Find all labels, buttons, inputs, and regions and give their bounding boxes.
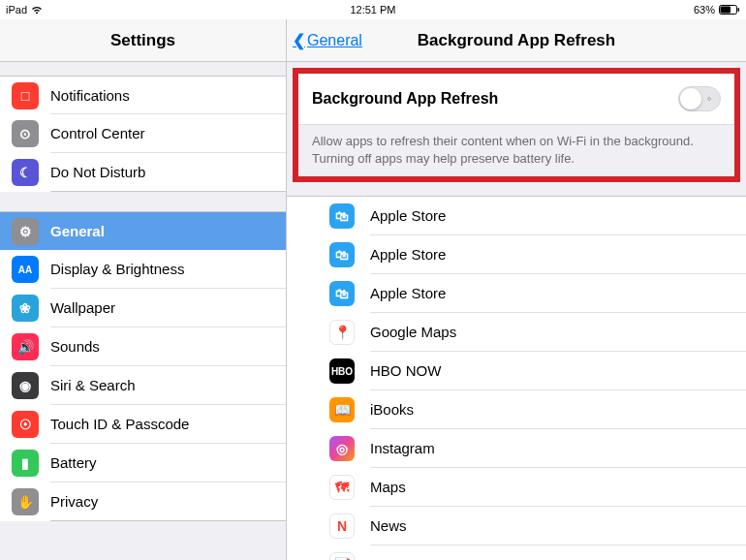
app-row-label: Maps [370, 479, 406, 495]
app-row[interactable]: 📖iBooks [287, 390, 746, 429]
sidebar-item-label: Siri & Search [50, 377, 136, 393]
svg-rect-2 [738, 8, 740, 12]
sidebar-item-privacy[interactable]: ✋Privacy [0, 482, 286, 521]
app-row-label: HBO NOW [370, 362, 441, 379]
app-row-label: iBooks [370, 401, 414, 418]
sidebar-item-label: Wallpaper [50, 299, 115, 316]
back-button[interactable]: ❮ General [293, 19, 362, 61]
instagram-icon: ◎ [329, 436, 355, 461]
moon-icon: ☾ [12, 159, 39, 186]
apple-store-icon: 🛍 [329, 281, 355, 306]
sidebar-item-do-not-disturb[interactable]: ☾Do Not Disturb [0, 153, 286, 192]
wallpaper-icon: ❀ [12, 295, 39, 322]
display-icon: AA [12, 256, 39, 283]
sidebar-item-control-center[interactable]: ⊙Control Center [0, 114, 286, 153]
settings-sidebar: Settings □Notifications⊙Control Center☾D… [0, 19, 287, 560]
sidebar-item-label: Display & Brightness [50, 261, 184, 277]
siri-icon: ◉ [12, 372, 39, 399]
sidebar-item-sounds[interactable]: 🔊Sounds [0, 327, 286, 366]
app-row-label: Apple Store [370, 207, 446, 224]
sidebar-title: Settings [110, 31, 175, 50]
sidebar-item-notifications[interactable]: □Notifications [0, 76, 286, 114]
sidebar-item-label: Battery [50, 454, 97, 471]
battery-status-icon [719, 5, 740, 15]
master-switch-description: Allow apps to refresh their content when… [298, 124, 734, 176]
sidebar-item-wallpaper[interactable]: ❀Wallpaper [0, 289, 286, 327]
device-label: iPad [6, 4, 27, 16]
google-maps-icon: 📍 [329, 320, 355, 345]
apple-store-icon: 🛍 [329, 203, 355, 229]
fingerprint-icon: ☉ [12, 411, 39, 438]
sidebar-item-label: General [50, 223, 105, 239]
sidebar-item-label: Sounds [50, 338, 100, 355]
news-icon: N [329, 513, 355, 539]
battery-icon: ▮ [12, 450, 39, 477]
app-row[interactable]: 📝Notes [287, 545, 746, 560]
detail-title: Background App Refresh [418, 31, 615, 50]
sidebar-item-battery[interactable]: ▮Battery [0, 444, 286, 482]
hbo-icon: HBO [329, 358, 355, 384]
master-switch-row[interactable]: Background App Refresh [298, 74, 734, 124]
app-row-label: Google Maps [370, 324, 456, 340]
ibooks-icon: 📖 [329, 397, 355, 422]
detail-pane: ❮ General Background App Refresh Backgro… [287, 19, 746, 560]
master-switch-label: Background App Refresh [312, 90, 498, 108]
sidebar-item-label: Privacy [50, 493, 98, 510]
app-row-label: Apple Store [370, 285, 446, 301]
control-center-icon: ⊙ [12, 120, 39, 147]
app-row-label: Apple Store [370, 246, 446, 263]
svg-rect-1 [721, 7, 731, 14]
detail-header: ❮ General Background App Refresh [287, 19, 746, 62]
app-row[interactable]: 🛍Apple Store [287, 274, 746, 313]
app-row[interactable]: 🛍Apple Store [287, 235, 746, 274]
sounds-icon: 🔊 [12, 333, 39, 360]
status-bar: iPad 12:51 PM 63% [0, 0, 746, 19]
sidebar-header: Settings [0, 19, 286, 62]
notes-icon: 📝 [329, 552, 355, 560]
sidebar-item-touchid[interactable]: ☉Touch ID & Passcode [0, 405, 286, 444]
back-label: General [307, 32, 362, 49]
sidebar-item-display[interactable]: AADisplay & Brightness [0, 250, 286, 289]
app-list: 🛍Apple Store🛍Apple Store🛍Apple Store📍Goo… [287, 196, 746, 560]
sidebar-item-label: Touch ID & Passcode [50, 416, 189, 432]
highlight-box: Background App Refresh Allow apps to ref… [293, 68, 740, 182]
app-row[interactable]: ◎Instagram [287, 429, 746, 468]
sidebar-item-label: Do Not Disturb [50, 164, 145, 180]
app-row[interactable]: NNews [287, 507, 746, 545]
app-row[interactable]: 🗺Maps [287, 468, 746, 507]
battery-percent: 63% [694, 4, 715, 16]
chevron-left-icon: ❮ [293, 31, 305, 49]
master-switch[interactable] [678, 86, 721, 111]
clock: 12:51 PM [350, 4, 395, 16]
maps-icon: 🗺 [329, 475, 355, 500]
app-row[interactable]: 📍Google Maps [287, 313, 746, 352]
sidebar-item-label: Notifications [50, 87, 130, 104]
notifications-icon: □ [12, 82, 39, 109]
hand-icon: ✋ [12, 488, 39, 515]
sidebar-item-label: Control Center [50, 125, 145, 141]
gear-icon: ⚙ [12, 218, 39, 245]
sidebar-item-general[interactable]: ⚙General [0, 211, 286, 250]
app-row[interactable]: 🛍Apple Store [287, 197, 746, 235]
wifi-icon [31, 5, 43, 15]
app-row-label: News [370, 517, 407, 534]
app-row-label: Instagram [370, 440, 435, 456]
app-row[interactable]: HBOHBO NOW [287, 352, 746, 390]
apple-store-icon: 🛍 [329, 242, 355, 267]
sidebar-item-siri[interactable]: ◉Siri & Search [0, 366, 286, 405]
app-row-label: Notes [370, 556, 408, 560]
